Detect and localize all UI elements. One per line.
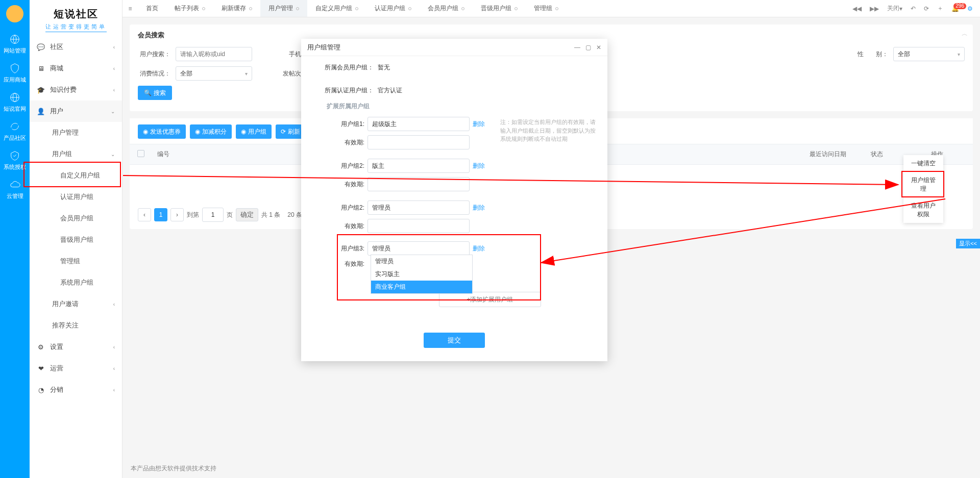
sidebar-item-level-group[interactable]: 晋级用户组	[30, 229, 122, 250]
tab-close-icon[interactable]	[202, 7, 205, 10]
sidebar-item-community[interactable]: 💬社区‹	[30, 36, 122, 58]
show-tag[interactable]: 显示<<	[956, 239, 980, 248]
page-current[interactable]: 1	[154, 208, 167, 221]
g3-input[interactable]	[368, 241, 470, 256]
menu-clear-all[interactable]: 一键清空	[903, 155, 943, 172]
tab-close-icon[interactable]	[408, 7, 411, 10]
tab-next-icon[interactable]: ▶▶	[866, 5, 883, 12]
minimize-icon[interactable]: ―	[574, 44, 580, 51]
tab-posts[interactable]: 帖子列表	[166, 0, 213, 17]
page-prev-button[interactable]: ‹	[138, 208, 151, 221]
footer-note: 本产品由想天软件提供技术支持	[131, 464, 216, 473]
g2b-eff-input[interactable]	[368, 219, 470, 233]
rail-item-official[interactable]: 短说官网	[0, 88, 30, 117]
tab-custom-group[interactable]: 自定义用户组	[307, 0, 366, 17]
rail-item-label: 云管理	[7, 193, 23, 199]
search-button[interactable]: 🔍搜索	[138, 86, 172, 100]
select-all-checkbox[interactable]	[137, 150, 144, 157]
g2-input[interactable]	[368, 159, 470, 173]
consume-select[interactable]: 全部▾	[176, 66, 252, 81]
chevron-left-icon: ‹	[113, 66, 115, 71]
rail-item-license[interactable]: 系统授权	[0, 146, 30, 175]
page-input[interactable]	[202, 208, 224, 222]
rail-item-appstore[interactable]: 应用商城	[0, 59, 30, 88]
collapse-icon[interactable]: ︿	[962, 30, 968, 38]
tab-level-group[interactable]: 晋级用户组	[473, 0, 526, 17]
chevron-down-icon: ⌄	[111, 152, 115, 157]
points-button[interactable]: ◉加减积分	[190, 124, 232, 139]
sidebar-item-label: 认证用户组	[60, 192, 93, 202]
maximize-icon[interactable]: ▢	[585, 44, 591, 51]
close-icon[interactable]: ✕	[596, 44, 601, 51]
g2b-input[interactable]	[368, 200, 470, 215]
button-label: 搜索	[154, 89, 166, 97]
menu-usergroup-manage[interactable]: 用户组管理	[903, 172, 943, 197]
rail-item-label: 应用商城	[4, 77, 26, 83]
tab-home[interactable]: 首页	[138, 0, 166, 17]
send-coupon-button[interactable]: ◉发送优惠券	[138, 124, 186, 139]
refresh-icon[interactable]: ⟳	[920, 5, 933, 12]
g3-delete-link[interactable]: 删除	[473, 244, 485, 253]
g2b-delete-link[interactable]: 删除	[473, 204, 485, 212]
rail-item-cloud[interactable]: 云管理	[0, 175, 30, 204]
rail-item-community[interactable]: 产品社区	[0, 117, 30, 146]
tab-prev-icon[interactable]: ◀◀	[848, 5, 866, 12]
tab-cert-group[interactable]: 认证用户组	[366, 0, 420, 17]
bell-icon[interactable]: 🔔296	[947, 5, 963, 12]
sidebar-item-system-group[interactable]: 系统用户组	[30, 272, 122, 293]
page-next-button[interactable]: ›	[170, 208, 184, 221]
sidebar-item-invite[interactable]: 用户邀请‹	[30, 293, 122, 315]
menu-view-perm[interactable]: 查看用户权限	[903, 197, 943, 223]
pager-to-label: 到第	[187, 211, 199, 219]
tab-close-icon[interactable]	[249, 7, 252, 10]
avatar[interactable]	[6, 5, 23, 22]
select-value: 全部	[180, 69, 192, 78]
sidebar-item-cert-group[interactable]: 认证用户组	[30, 186, 122, 208]
tab-close-icon[interactable]	[461, 7, 464, 10]
g2-delete-link[interactable]: 删除	[473, 162, 485, 170]
dd-opt-intern[interactable]: 实习版主	[371, 268, 472, 281]
usergroup-button[interactable]: ◉用户组	[236, 124, 272, 139]
gender-select[interactable]: 全部▾	[893, 47, 965, 61]
sidebar-item-shop[interactable]: 🖥商城‹	[30, 58, 122, 79]
sidebar-item-follow[interactable]: 推荐关注	[30, 315, 122, 336]
sidebar-item-user[interactable]: 👤用户⌄	[30, 100, 122, 122]
add-ext-group-button[interactable]: +添加扩展用户组	[439, 292, 541, 307]
sidebar-item-ops[interactable]: ❤运营‹	[30, 358, 122, 379]
sidebar-item-dist[interactable]: ◔分销‹	[30, 379, 122, 400]
sidebar-item-admin-group[interactable]: 管理组	[30, 250, 122, 272]
tab-close-icon[interactable]	[355, 7, 358, 10]
tab-close-icon[interactable]	[296, 7, 299, 10]
sidebar-item-custom-group[interactable]: 自定义用户组	[30, 165, 122, 186]
sidebar-sub-user: 用户管理 用户组⌄ 自定义用户组 认证用户组 会员用户组 晋级用户组 管理组 系…	[30, 122, 122, 336]
tab-close-icon[interactable]	[514, 7, 518, 10]
dd-opt-business[interactable]: 商业客户组	[371, 281, 472, 293]
user-search-input[interactable]	[176, 47, 252, 61]
g1-input[interactable]	[368, 117, 470, 131]
menu-toggle-icon[interactable]: ≡	[122, 0, 138, 17]
close-dropdown[interactable]: 关闭 ▾	[883, 4, 906, 13]
graduation-icon: 🎓	[37, 86, 45, 94]
tab-user-manage[interactable]: 用户管理	[260, 0, 307, 17]
g1-delete-link[interactable]: 删除	[473, 120, 485, 129]
sidebar-item-settings[interactable]: ⚙设置‹	[30, 336, 122, 358]
dd-opt-admin[interactable]: 管理员	[371, 255, 472, 268]
sidebar-item-knowledge[interactable]: 🎓知识付费‹	[30, 79, 122, 100]
g3-label: 用户组3:	[311, 244, 368, 253]
settings-top-icon[interactable]: ⚙	[963, 5, 977, 12]
g1-eff-input[interactable]	[368, 135, 470, 149]
g3-eff-label: 有效期:	[311, 260, 368, 268]
page-go-button[interactable]: 确定	[236, 208, 258, 221]
submit-button[interactable]: 提交	[424, 333, 485, 348]
g2-eff-input[interactable]	[368, 177, 470, 191]
sidebar-item-user-manage[interactable]: 用户管理	[30, 122, 122, 143]
sidebar-item-user-group[interactable]: 用户组⌄	[30, 143, 122, 165]
tab-refresh-cache[interactable]: 刷新缓存	[213, 0, 260, 17]
sidebar-item-member-group[interactable]: 会员用户组	[30, 208, 122, 229]
tab-member-group[interactable]: 会员用户组	[420, 0, 473, 17]
tab-close-icon[interactable]	[555, 7, 558, 10]
rail-item-site[interactable]: 网站管理	[0, 30, 30, 59]
undo-icon[interactable]: ↶	[906, 5, 920, 12]
tab-admin-group[interactable]: 管理组	[526, 0, 567, 17]
add-icon[interactable]: ＋	[933, 4, 947, 13]
